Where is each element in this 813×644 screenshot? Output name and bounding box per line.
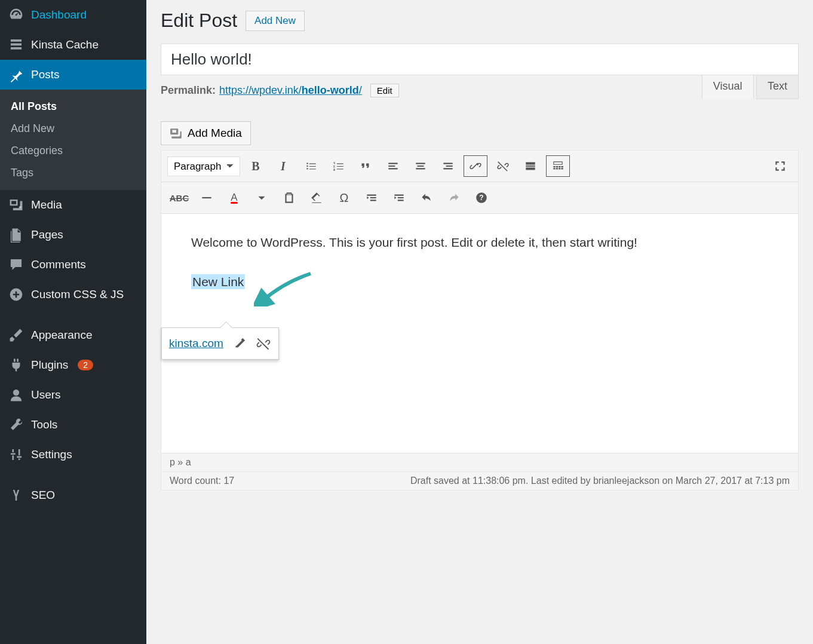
brush-icon — [8, 327, 24, 343]
media-icon — [8, 197, 24, 213]
toolbar-row-1: Paragraph B I — [161, 151, 798, 182]
sidebar-submenu: All PostsAdd NewCategoriesTags — [0, 90, 146, 190]
align-right-button[interactable] — [436, 155, 460, 177]
fullscreen-button[interactable] — [768, 155, 792, 177]
status-bar: Word count: 17 Draft saved at 11:38:06 p… — [161, 471, 798, 490]
sidebar-item-plugins[interactable]: Plugins2 — [0, 350, 146, 380]
undo-button[interactable] — [415, 187, 438, 208]
add-media-button[interactable]: Add Media — [161, 121, 251, 145]
strikethrough-button[interactable]: ABC — [167, 187, 191, 208]
help-button[interactable]: ? — [470, 187, 493, 208]
add-new-button[interactable]: Add New — [246, 11, 305, 31]
bullet-list-button[interactable] — [299, 155, 323, 177]
sidebar-item-label: Plugins — [31, 358, 68, 372]
numbered-list-button[interactable] — [326, 155, 350, 177]
sidebar-sub-add-new[interactable]: Add New — [0, 118, 146, 140]
seo-icon — [8, 487, 24, 503]
sidebar-item-appearance[interactable]: Appearance — [0, 320, 146, 350]
sidebar-item-posts[interactable]: Posts — [0, 60, 146, 90]
dashboard-icon — [8, 7, 24, 23]
sidebar-item-label: Pages — [31, 228, 63, 241]
format-select[interactable]: Paragraph — [167, 157, 240, 176]
svg-rect-3 — [202, 197, 211, 198]
svg-text:?: ? — [479, 194, 483, 202]
horizontal-rule-button[interactable] — [195, 187, 219, 208]
sidebar-item-kinsta-cache[interactable]: Kinsta Cache — [0, 30, 146, 60]
read-more-button[interactable] — [519, 155, 542, 177]
sidebar-sub-all-posts[interactable]: All Posts — [0, 96, 146, 118]
redo-button[interactable] — [442, 187, 466, 208]
page-header: Edit Post Add New — [161, 10, 799, 32]
page-title: Edit Post — [161, 10, 237, 32]
popup-link-url[interactable]: kinsta.com — [169, 334, 223, 353]
sidebar-item-users[interactable]: Users — [0, 380, 146, 410]
text-color-arrow[interactable] — [250, 187, 274, 208]
sidebar-item-label: Tools — [31, 418, 57, 431]
draft-info: Draft saved at 11:38:06 pm. Last edited … — [410, 476, 790, 486]
media-icon — [170, 127, 183, 140]
clear-formatting-button[interactable] — [305, 187, 329, 208]
word-count: Word count: 17 — [170, 476, 234, 486]
sidebar-item-seo[interactable]: SEO — [0, 480, 146, 510]
element-path[interactable]: p » a — [161, 453, 798, 471]
editor-tabs: Visual Text — [702, 73, 799, 99]
sidebar-item-custom-css-js[interactable]: Custom CSS & JS — [0, 280, 146, 309]
sidebar-sub-categories[interactable]: Categories — [0, 140, 146, 162]
sidebar-item-media[interactable]: Media — [0, 190, 146, 220]
text-color-button[interactable]: A — [222, 187, 246, 208]
admin-sidebar: DashboardKinsta CachePostsAll PostsAdd N… — [0, 0, 146, 644]
sidebar-item-label: SEO — [31, 489, 55, 502]
comments-icon — [8, 257, 24, 272]
tab-text[interactable]: Text — [756, 73, 799, 99]
sidebar-item-label: Appearance — [31, 329, 92, 342]
plug-icon — [8, 357, 24, 373]
bold-button[interactable]: B — [244, 155, 268, 177]
sidebar-item-tools[interactable]: Tools — [0, 410, 146, 440]
indent-button[interactable] — [387, 187, 411, 208]
svg-point-0 — [19, 206, 22, 208]
toolbar-toggle-button[interactable] — [546, 155, 570, 177]
special-char-button[interactable]: Ω — [332, 187, 356, 208]
blockquote-button[interactable] — [354, 155, 378, 177]
sidebar-item-dashboard[interactable]: Dashboard — [0, 0, 146, 30]
remove-link-icon[interactable] — [256, 336, 271, 351]
update-badge: 2 — [78, 360, 93, 370]
toolbar-row-2: ABC A Ω ? — [161, 182, 798, 214]
align-left-button[interactable] — [381, 155, 405, 177]
sidebar-item-label: Users — [31, 388, 61, 401]
permalink-link[interactable]: https://wpdev.ink/hello-world/ — [219, 84, 362, 97]
italic-button[interactable]: I — [271, 155, 295, 177]
sidebar-item-label: Comments — [31, 258, 86, 271]
tools-icon — [8, 417, 24, 433]
link-button[interactable] — [464, 155, 487, 177]
sidebar-item-label: Posts — [31, 68, 60, 81]
selected-link-text[interactable]: New Link — [191, 274, 245, 289]
sidebar-item-label: Custom CSS & JS — [31, 288, 124, 301]
sidebar-item-pages[interactable]: Pages — [0, 220, 146, 250]
editor-content[interactable]: Welcome to WordPress. This is your first… — [161, 214, 798, 453]
pin-icon — [8, 67, 24, 82]
unlink-button[interactable] — [491, 155, 515, 177]
align-center-button[interactable] — [409, 155, 432, 177]
post-title-input[interactable] — [161, 44, 799, 75]
sidebar-item-label: Settings — [31, 448, 72, 461]
edit-link-icon[interactable] — [232, 336, 247, 351]
sidebar-item-comments[interactable]: Comments — [0, 250, 146, 280]
svg-point-2 — [13, 390, 19, 395]
sidebar-item-label: Kinsta Cache — [31, 38, 99, 51]
editor-box: Paragraph B I ABC A Ω — [161, 150, 799, 490]
sidebar-item-label: Media — [31, 198, 62, 211]
link-popup: kinsta.com — [161, 327, 279, 360]
sidebar-sub-tags[interactable]: Tags — [0, 162, 146, 184]
tab-visual[interactable]: Visual — [702, 73, 754, 99]
permalink-label: Permalink: — [161, 84, 216, 97]
users-icon — [8, 387, 24, 403]
outdent-button[interactable] — [360, 187, 384, 208]
edit-permalink-button[interactable]: Edit — [370, 84, 399, 97]
paste-text-button[interactable] — [277, 187, 301, 208]
sidebar-item-label: Dashboard — [31, 8, 87, 22]
database-icon — [8, 37, 24, 53]
plus-icon — [8, 287, 24, 302]
sidebar-item-settings[interactable]: Settings — [0, 440, 146, 470]
arrow-annotation-icon — [254, 271, 314, 306]
